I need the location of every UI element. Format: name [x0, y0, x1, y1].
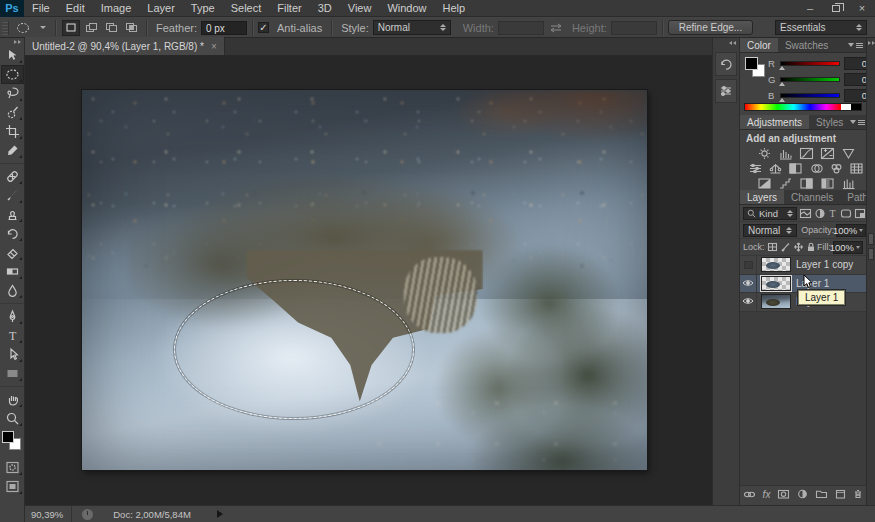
feather-input[interactable]: 0 px: [201, 21, 247, 35]
vibrance-icon[interactable]: [840, 147, 856, 160]
visibility-cell[interactable]: [740, 256, 757, 274]
tool-quick-selection[interactable]: [1, 103, 24, 122]
threshold-icon[interactable]: [798, 177, 814, 190]
screen-mode-button[interactable]: [1, 477, 24, 496]
lock-position-icon[interactable]: [793, 241, 804, 253]
tab-layers[interactable]: Layers: [740, 190, 784, 204]
canvas-area[interactable]: [25, 56, 712, 505]
visibility-cell[interactable]: [740, 293, 757, 311]
delete-layer-icon[interactable]: [853, 489, 863, 499]
tool-history-brush[interactable]: [1, 224, 24, 243]
tool-type[interactable]: T: [1, 326, 24, 345]
style-select[interactable]: Normal: [373, 20, 451, 35]
workspace-select[interactable]: Essentials: [775, 20, 867, 35]
tool-path-selection[interactable]: [1, 345, 24, 364]
tool-eyedropper[interactable]: [1, 141, 24, 160]
tool-gradient[interactable]: [1, 262, 24, 281]
lock-all-icon[interactable]: [806, 241, 817, 253]
status-options-arrow-icon[interactable]: [217, 510, 223, 518]
menu-image[interactable]: Image: [93, 0, 140, 17]
tab-channels[interactable]: Channels: [784, 190, 840, 204]
channel-mixer-icon[interactable]: [829, 162, 844, 175]
gradient-map-icon[interactable]: [819, 177, 835, 190]
layer-name[interactable]: Layer 1 copy: [796, 259, 853, 270]
red-slider[interactable]: [780, 61, 840, 66]
swap-dimensions-icon[interactable]: [548, 23, 564, 33]
restore-button[interactable]: [823, 1, 849, 16]
opacity-value[interactable]: 100%: [836, 224, 866, 237]
color-lookup-icon[interactable]: [849, 162, 864, 175]
color-panel-menu-icon[interactable]: [848, 38, 866, 52]
visibility-cell[interactable]: [740, 275, 757, 293]
color-spectrum-ramp[interactable]: [744, 103, 862, 111]
filter-adjustment-layers-icon[interactable]: [814, 207, 826, 219]
right-dock-button[interactable]: [868, 248, 874, 260]
tools-collapse-toggle[interactable]: [0, 38, 24, 46]
layer-thumbnail[interactable]: [761, 294, 791, 309]
tool-elliptical-marquee[interactable]: [1, 65, 24, 84]
tool-eraser[interactable]: [1, 243, 24, 262]
menu-edit[interactable]: Edit: [58, 0, 93, 17]
new-selection-button[interactable]: [62, 20, 80, 36]
brightness-contrast-icon[interactable]: [756, 147, 772, 160]
tool-blur[interactable]: [1, 281, 24, 300]
filter-pixel-layers-icon[interactable]: [799, 207, 812, 219]
tool-preset-picker[interactable]: [11, 21, 50, 35]
tool-hand[interactable]: [1, 390, 24, 409]
new-layer-icon[interactable]: [835, 489, 846, 499]
menu-type[interactable]: Type: [183, 0, 223, 17]
menu-3d[interactable]: 3D: [310, 0, 340, 17]
filter-smart-objects-icon[interactable]: [854, 207, 866, 219]
invert-icon[interactable]: [756, 177, 772, 190]
exposure-icon[interactable]: [819, 147, 835, 160]
tab-color[interactable]: Color: [740, 38, 778, 52]
document-image[interactable]: [82, 90, 647, 470]
black-white-icon[interactable]: [788, 162, 803, 175]
lock-transparency-icon[interactable]: [767, 241, 778, 253]
minimize-button[interactable]: –: [797, 1, 823, 16]
add-to-selection-button[interactable]: [82, 20, 100, 36]
history-panel-button[interactable]: [715, 52, 737, 76]
panel-foreground-swatch[interactable]: [745, 57, 758, 70]
anti-alias-checkbox[interactable]: ✓: [258, 22, 269, 33]
tool-spot-healing-brush[interactable]: [1, 167, 24, 186]
menu-help[interactable]: Help: [435, 0, 474, 17]
layer-thumbnail[interactable]: [761, 276, 791, 291]
filter-shape-layers-icon[interactable]: [840, 207, 852, 219]
tab-styles[interactable]: Styles: [809, 115, 850, 129]
posterize-icon[interactable]: [777, 177, 793, 190]
properties-panel-button[interactable]: [715, 79, 737, 103]
document-info[interactable]: Doc: 2,00M/5,84M: [103, 509, 233, 520]
tab-adjustments[interactable]: Adjustments: [740, 115, 809, 129]
tool-move[interactable]: [1, 46, 24, 65]
new-adjustment-layer-icon[interactable]: [797, 489, 808, 499]
right-dock-button[interactable]: [868, 233, 874, 245]
selective-color-icon[interactable]: [840, 177, 856, 190]
layer-style-icon[interactable]: fx: [763, 489, 771, 500]
add-layer-mask-icon[interactable]: [777, 489, 790, 499]
tool-brush[interactable]: [1, 186, 24, 205]
fill-value[interactable]: 100%: [833, 241, 863, 254]
link-layers-icon[interactable]: [743, 490, 756, 499]
foreground-color-swatch[interactable]: [2, 431, 14, 443]
menu-file[interactable]: File: [24, 0, 58, 17]
blue-slider[interactable]: [780, 93, 840, 98]
color-balance-icon[interactable]: [768, 162, 783, 175]
close-button[interactable]: ×: [849, 1, 875, 16]
tool-shape-rectangle[interactable]: [1, 364, 24, 383]
curves-icon[interactable]: [798, 147, 814, 160]
document-tab[interactable]: Untitled-2 @ 90,4% (Layer 1, RGB/8) * ×: [25, 37, 225, 55]
blend-mode-select[interactable]: Normal: [743, 224, 797, 237]
zoom-level-field[interactable]: 90,39%: [25, 506, 72, 522]
menu-layer[interactable]: Layer: [139, 0, 183, 17]
layer-thumbnail[interactable]: [761, 257, 791, 272]
tool-lasso[interactable]: [1, 84, 24, 103]
menu-window[interactable]: Window: [379, 0, 434, 17]
filter-kind-select[interactable]: Kind: [743, 207, 797, 220]
layer-row-layer-1-copy[interactable]: Layer 1 copy: [740, 256, 866, 275]
intersect-selection-button[interactable]: [122, 20, 140, 36]
levels-icon[interactable]: [777, 147, 793, 160]
menu-select[interactable]: Select: [223, 0, 270, 17]
menu-filter[interactable]: Filter: [269, 0, 309, 17]
refine-edge-button[interactable]: Refine Edge...: [668, 20, 753, 35]
